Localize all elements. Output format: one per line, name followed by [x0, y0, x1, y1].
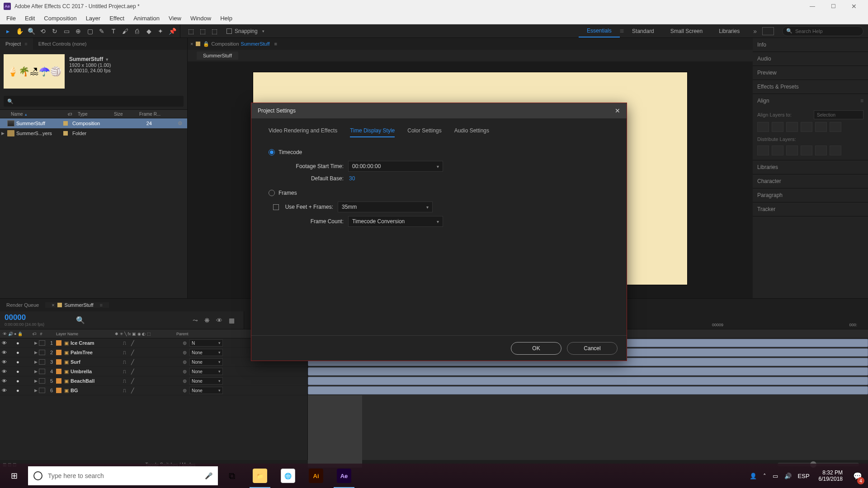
parent-dropdown[interactable]: None▾ — [189, 377, 223, 385]
align-bottom-icon[interactable] — [830, 122, 841, 132]
tab-video-rendering[interactable]: Video Rendering and Effects — [269, 127, 337, 137]
taskbar-explorer[interactable]: 📁 — [246, 464, 274, 488]
label-column-icon[interactable]: 🏷 — [68, 112, 78, 117]
start-button[interactable]: ⊞ — [0, 464, 28, 488]
workspace-more-icon[interactable]: » — [748, 28, 762, 35]
tab-time-display[interactable]: Time Display Style — [350, 127, 395, 137]
rotation-tool-icon[interactable]: ↻ — [49, 25, 61, 37]
pickwhip-icon[interactable]: ⊚ — [183, 340, 187, 346]
expand-icon[interactable]: ▶ — [33, 360, 39, 364]
parent-dropdown[interactable]: None▾ — [189, 387, 223, 394]
graph-editor-icon[interactable]: ▦ — [229, 317, 235, 324]
project-item-composition[interactable]: SummerStuff Composition 24 ⚙ — [0, 118, 187, 128]
panel-effects-presets[interactable]: Effects & Presets — [753, 80, 868, 94]
dialog-close-icon[interactable]: ✕ — [615, 107, 620, 114]
mic-icon[interactable]: 🎤 — [205, 472, 212, 479]
current-timecode[interactable]: 00000 — [5, 313, 68, 322]
pickwhip-icon[interactable]: ⊚ — [183, 350, 187, 356]
panel-menu-icon[interactable]: ≡ — [860, 98, 863, 104]
clone-tool-icon[interactable]: ⎙ — [131, 25, 143, 37]
task-view-icon[interactable]: ⧉ — [218, 464, 246, 488]
battery-icon[interactable]: ▭ — [773, 473, 778, 479]
feet-frames-checkbox[interactable] — [273, 204, 279, 210]
menu-file[interactable]: File — [2, 15, 20, 22]
layer-row[interactable]: 👁●▶4▣Umbrella⎍╱⊚None▾ — [0, 367, 307, 376]
tab-project[interactable]: Project≡ — [0, 38, 33, 50]
taskbar-clock[interactable]: 8:32 PM 6/19/2018 — [814, 469, 847, 483]
orbit-tool-icon[interactable]: ⟲ — [37, 25, 49, 37]
flowchart-tab[interactable]: SummerStuff — [197, 52, 238, 60]
volume-icon[interactable]: 🔊 — [784, 473, 792, 479]
label-swatch[interactable] — [63, 121, 68, 126]
axis-world-icon[interactable]: ⬚ — [197, 25, 208, 37]
panel-modes-icon[interactable] — [762, 27, 774, 35]
expand-icon[interactable]: ▶ — [33, 379, 39, 383]
menu-composition[interactable]: Composition — [39, 15, 81, 22]
project-item-folder[interactable]: ▶ SummerS...yers Folder — [0, 128, 187, 138]
dist-left-icon[interactable] — [801, 145, 812, 155]
comp-tab-name[interactable]: SummerStuff — [241, 41, 270, 47]
menu-animation[interactable]: Animation — [129, 15, 164, 22]
draft-3d-icon[interactable]: ❋ — [204, 317, 210, 324]
panel-tracker[interactable]: Tracker — [753, 202, 868, 216]
panel-paragraph[interactable]: Paragraph — [753, 188, 868, 202]
hand-tool-icon[interactable]: ✋ — [14, 25, 25, 37]
sort-icon[interactable]: ▴ — [25, 112, 27, 117]
tab-effect-controls[interactable]: Effect Controls (none) — [33, 38, 92, 50]
default-base-value[interactable]: 30 — [349, 175, 355, 182]
system-tray[interactable]: 👤 ˄ ▭ 🔊 ESP — [745, 473, 814, 479]
layer-checkbox[interactable] — [39, 359, 45, 365]
axis-local-icon[interactable]: ⬚ — [185, 25, 197, 37]
menu-layer[interactable]: Layer — [81, 15, 105, 22]
pickwhip-icon[interactable]: ⊚ — [183, 378, 187, 384]
project-search-input[interactable]: 🔍 — [4, 96, 184, 107]
menu-view[interactable]: View — [164, 15, 186, 22]
tab-render-queue[interactable]: Render Queue — [0, 302, 45, 308]
workspace-small-screen[interactable]: Small Screen — [662, 24, 711, 38]
parent-dropdown[interactable]: None▾ — [189, 349, 223, 356]
panel-audio[interactable]: Audio — [753, 52, 868, 66]
layer-checkbox[interactable] — [39, 340, 45, 346]
taskbar-search[interactable]: Type here to search 🎤 — [28, 466, 218, 485]
menu-window[interactable]: Window — [186, 15, 216, 22]
parent-dropdown[interactable]: None▾ — [189, 358, 223, 366]
visibility-toggle[interactable]: 👁 — [0, 340, 8, 346]
tab-color-settings[interactable]: Color Settings — [407, 127, 441, 137]
tray-chevron-icon[interactable]: ˄ — [763, 473, 766, 479]
snapping-checkbox[interactable] — [226, 28, 232, 34]
align-hcenter-icon[interactable] — [772, 122, 783, 132]
layer-row[interactable]: 👁●▶5▣BeachBall⎍╱⊚None▾ — [0, 376, 307, 386]
expand-icon[interactable]: ▶ — [33, 388, 39, 393]
dist-vcenter-icon[interactable] — [772, 145, 783, 155]
menu-help[interactable]: Help — [216, 15, 237, 22]
comp-menu-icon[interactable]: ▼ — [105, 57, 109, 62]
feet-frames-dropdown[interactable]: 35mm▾ — [338, 202, 433, 212]
layer-checkbox[interactable] — [39, 378, 45, 384]
layer-checkbox[interactable] — [39, 369, 45, 374]
panel-info[interactable]: Info — [753, 38, 868, 52]
workspace-libraries[interactable]: Libraries — [711, 24, 748, 38]
menu-effect[interactable]: Effect — [105, 15, 129, 22]
dist-hcenter-icon[interactable] — [815, 145, 827, 155]
pickwhip-icon[interactable]: ⊚ — [183, 388, 187, 394]
layer-checkbox[interactable] — [39, 388, 45, 393]
footage-start-dropdown[interactable]: 00:00:00:00▾ — [348, 161, 443, 172]
roto-tool-icon[interactable]: ✦ — [155, 25, 166, 37]
tab-audio-settings[interactable]: Audio Settings — [454, 127, 489, 137]
dist-bottom-icon[interactable] — [786, 145, 798, 155]
expand-icon[interactable]: ▶ — [33, 369, 39, 374]
language-indicator[interactable]: ESP — [798, 473, 810, 479]
eraser-tool-icon[interactable]: ◆ — [143, 25, 155, 37]
menu-edit[interactable]: Edit — [20, 15, 39, 22]
lock-icon[interactable]: 🔒 — [203, 41, 209, 47]
pickwhip-icon[interactable]: ⊚ — [183, 359, 187, 365]
dist-right-icon[interactable] — [830, 145, 841, 155]
panel-preview[interactable]: Preview — [753, 66, 868, 80]
expand-icon[interactable]: ▶ — [33, 350, 39, 355]
panel-align[interactable]: Align≡ — [753, 94, 868, 108]
dist-top-icon[interactable] — [757, 145, 769, 155]
radio-frames[interactable] — [269, 190, 275, 196]
workspace-essentials[interactable]: Essentials — [579, 24, 620, 38]
parent-dropdown[interactable]: None▾ — [189, 368, 223, 375]
visibility-toggle[interactable]: 👁 — [0, 350, 8, 355]
